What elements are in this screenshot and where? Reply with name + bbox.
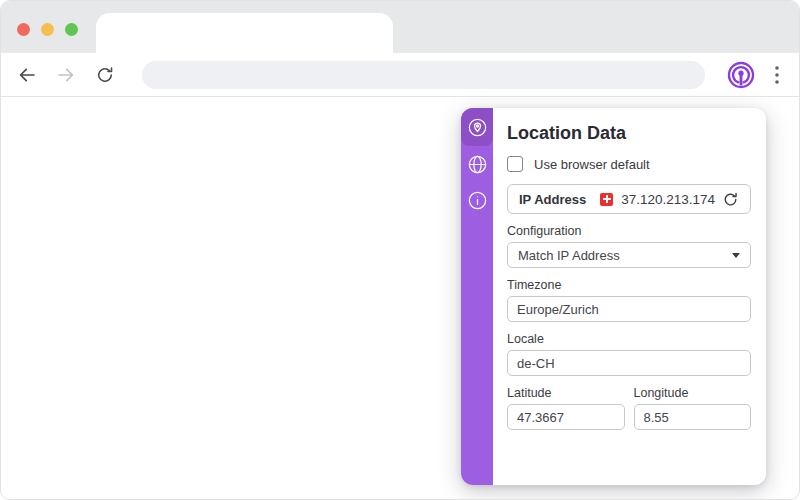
reload-icon — [95, 65, 115, 85]
configuration-selected-value: Match IP Address — [518, 248, 620, 263]
use-browser-default-row[interactable]: Use browser default — [507, 156, 751, 172]
window-controls — [17, 23, 78, 36]
sidebar-tab-info[interactable] — [461, 182, 493, 218]
locale-label: Locale — [507, 332, 751, 346]
latitude-label: Latitude — [507, 386, 625, 400]
browser-toolbar — [1, 53, 799, 97]
reload-button[interactable] — [93, 63, 117, 87]
timezone-label: Timezone — [507, 278, 751, 292]
timezone-group: Timezone — [507, 278, 751, 322]
forward-arrow-icon — [55, 64, 77, 86]
ip-address-label: IP Address — [519, 192, 586, 207]
latitude-input[interactable] — [507, 404, 625, 430]
configuration-group: Configuration Match IP Address — [507, 224, 751, 268]
use-browser-default-checkbox[interactable] — [507, 156, 523, 172]
popup-sidebar — [461, 108, 493, 485]
ip-refresh-button[interactable] — [721, 190, 739, 208]
longitude-label: Longitude — [634, 386, 752, 400]
popup-main: Location Data Use browser default IP Add… — [493, 108, 766, 485]
locale-group: Locale — [507, 332, 751, 376]
configuration-label: Configuration — [507, 224, 751, 238]
page-content: Location Data Use browser default IP Add… — [1, 97, 799, 499]
longitude-input[interactable] — [634, 404, 752, 430]
maximize-window-button[interactable] — [65, 23, 78, 36]
ip-address-box: IP Address 37.120.213.174 — [507, 184, 751, 214]
browser-menu-button[interactable] — [769, 63, 785, 87]
locale-input[interactable] — [507, 350, 751, 376]
browser-tab[interactable] — [96, 13, 393, 53]
globe-icon — [467, 154, 488, 175]
use-browser-default-label: Use browser default — [534, 157, 650, 172]
refresh-icon — [722, 191, 739, 208]
lat-long-row: Latitude Longitude — [507, 376, 751, 430]
configuration-select[interactable]: Match IP Address — [507, 242, 751, 268]
latitude-group: Latitude — [507, 386, 625, 430]
back-button[interactable] — [15, 63, 39, 87]
sidebar-tab-globe[interactable] — [461, 146, 493, 182]
close-window-button[interactable] — [17, 23, 30, 36]
forward-button[interactable] — [54, 63, 78, 87]
ip-address-value: 37.120.213.174 — [621, 192, 715, 207]
extension-popup: Location Data Use browser default IP Add… — [461, 108, 766, 485]
longitude-group: Longitude — [634, 386, 752, 430]
extension-logo-icon — [726, 60, 756, 90]
extension-button[interactable] — [726, 60, 756, 90]
back-arrow-icon — [16, 64, 38, 86]
address-bar-input[interactable] — [142, 61, 705, 89]
swiss-flag-icon — [600, 193, 613, 206]
timezone-input[interactable] — [507, 296, 751, 322]
dropdown-caret-icon — [732, 253, 740, 258]
popup-title: Location Data — [507, 122, 751, 144]
kebab-menu-icon — [775, 66, 779, 84]
toolbar-right — [726, 60, 785, 90]
sidebar-tab-location[interactable] — [461, 108, 493, 146]
minimize-window-button[interactable] — [41, 23, 54, 36]
info-icon — [467, 190, 488, 211]
browser-window: Location Data Use browser default IP Add… — [0, 0, 800, 500]
tab-strip — [1, 1, 799, 53]
location-pin-icon — [467, 117, 488, 138]
